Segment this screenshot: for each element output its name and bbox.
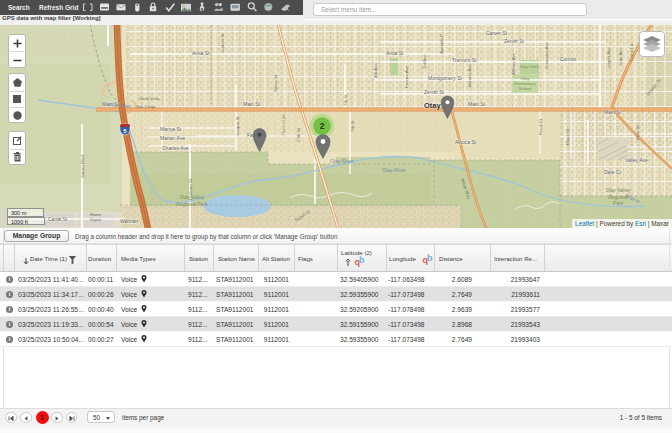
svg-text:3rd Ave: 3rd Ave (422, 54, 427, 69)
svg-text:Carver St: Carver St (486, 30, 508, 36)
svg-text:Otay Valley: Otay Valley (605, 187, 631, 193)
svg-text:Otay River: Otay River (382, 167, 406, 173)
svg-text:Jacqua St: Jacqua St (235, 116, 240, 136)
svg-text:Montgomery St: Montgomery St (428, 75, 463, 81)
svg-text:4th Ave: 4th Ave (373, 63, 378, 78)
svg-text:Thermal Av: Thermal Av (281, 113, 286, 136)
svg-text:Saturn Blvd: Saturn Blvd (80, 155, 85, 178)
svg-text:Silvas St: Silvas St (273, 74, 278, 92)
svg-text:Depot: Depot (90, 217, 102, 222)
svg-text:Loma Ln: Loma Ln (629, 43, 634, 61)
svg-text:Fresno Ave: Fresno Ave (404, 65, 409, 88)
svg-text:Connor: Connor (560, 56, 577, 62)
svg-text:Otay Park: Otay Park (520, 64, 540, 69)
svg-text:7th St: 7th St (343, 94, 348, 106)
svg-text:Alvoca St: Alvoca St (455, 139, 477, 145)
svg-text:Otay River: Otay River (330, 158, 354, 164)
svg-text:Zenith St: Zenith St (504, 38, 525, 44)
svg-text:Main St: Main St (604, 109, 622, 115)
svg-text:Marian Ave: Marian Ave (160, 135, 185, 141)
svg-text:Otay Valley: Otay Valley (179, 194, 205, 200)
svg-text:Date St: Date St (635, 125, 640, 140)
svg-text:Reed Ct: Reed Ct (538, 118, 543, 135)
svg-text:Zenith St: Zenith St (424, 89, 445, 95)
svg-text:Otay: Otay (424, 101, 442, 110)
svg-text:Canal St: Canal St (48, 216, 68, 222)
svg-text:Main St: Main St (243, 101, 261, 107)
svg-text:Anita St: Anita St (386, 50, 404, 56)
svg-text:Banner Ave: Banner Ave (467, 64, 472, 87)
svg-text:San Diego: San Diego (136, 104, 156, 109)
svg-text:Jade Ave: Jade Ave (618, 47, 623, 66)
svg-text:Main St: Main St (468, 101, 486, 107)
svg-text:2: 2 (320, 121, 325, 131)
svg-text:Manya St: Manya St (160, 126, 182, 132)
svg-text:Jasper Ave: Jasper Ave (606, 47, 611, 69)
svg-text:Regional Park: Regional Park (176, 201, 208, 207)
svg-text:Walmart: Walmart (120, 218, 139, 224)
svg-text:Park: Park (613, 200, 624, 206)
svg-text:Date Ct: Date Ct (604, 169, 622, 175)
svg-text:Valley Ave: Valley Ave (625, 157, 648, 163)
svg-text:Tremont St: Tremont St (452, 57, 477, 63)
svg-text:Charles Ave: Charles Ave (162, 145, 189, 151)
svg-text:Albany Ave: Albany Ave (511, 53, 516, 75)
svg-text:27th St: 27th St (296, 127, 301, 142)
svg-text:School: School (519, 86, 532, 91)
svg-text:Anita St: Anita St (192, 50, 210, 56)
svg-text:Connoley Ave: Connoley Ave (544, 41, 549, 69)
svg-text:Avenida P: Avenida P (439, 34, 444, 54)
svg-text:7th St: 7th St (350, 120, 355, 132)
svg-text:Chula Vista: Chula Vista (138, 96, 160, 101)
svg-text:Jayken St: Jayken St (220, 33, 225, 53)
svg-text:Mace St: Mace St (565, 128, 570, 145)
